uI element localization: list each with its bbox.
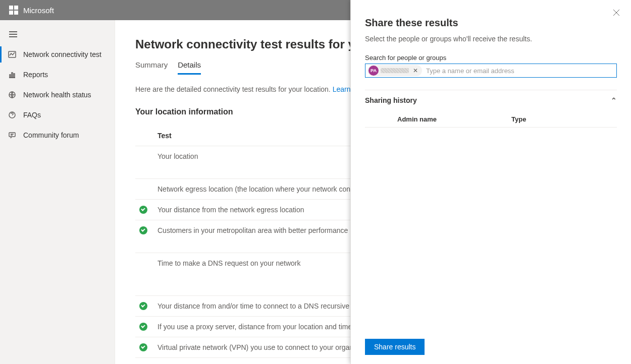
svg-rect-1 bbox=[10, 75, 11, 78]
sidebar: Network connectivity test Reports Networ… bbox=[0, 20, 115, 364]
row-label: Virtual private network (VPN) you use to… bbox=[157, 343, 374, 351]
svg-rect-6 bbox=[9, 133, 15, 137]
sidebar-item-label: Reports bbox=[23, 71, 48, 79]
status-none-icon bbox=[139, 185, 147, 193]
check-circle-icon bbox=[139, 226, 147, 234]
row-label: Time to make a DNS request on your netwo… bbox=[157, 259, 301, 267]
people-search-input[interactable] bbox=[424, 67, 614, 75]
search-field-label: Search for people or groups bbox=[365, 54, 617, 62]
sidebar-item-label: Community forum bbox=[23, 131, 79, 139]
hamburger-icon bbox=[9, 31, 17, 37]
check-circle-icon bbox=[139, 343, 147, 351]
divider bbox=[365, 90, 617, 90]
status-none-icon bbox=[139, 152, 147, 160]
sidebar-item-community-forum[interactable]: Community forum bbox=[0, 125, 115, 145]
person-chip-name-redacted bbox=[381, 68, 409, 73]
check-circle-icon bbox=[139, 302, 147, 310]
sidebar-item-network-connectivity-test[interactable]: Network connectivity test bbox=[0, 44, 115, 65]
status-none-icon bbox=[139, 259, 147, 267]
bar-chart-icon bbox=[8, 71, 16, 79]
sidebar-item-label: Network health status bbox=[23, 91, 91, 99]
sidebar-item-label: Network connectivity test bbox=[23, 50, 101, 58]
sidebar-item-label: FAQs bbox=[23, 111, 41, 119]
sidebar-item-reports[interactable]: Reports bbox=[0, 65, 115, 85]
tab-details[interactable]: Details bbox=[178, 60, 201, 75]
svg-rect-3 bbox=[14, 74, 15, 78]
microsoft-logo-icon bbox=[9, 6, 18, 15]
chevron-up-icon: ⌃ bbox=[611, 96, 617, 104]
sharing-history-toggle[interactable]: Sharing history ⌃ bbox=[365, 96, 617, 104]
help-icon bbox=[8, 111, 16, 119]
sidebar-item-network-health-status[interactable]: Network health status bbox=[0, 85, 115, 105]
check-circle-icon bbox=[139, 206, 147, 214]
row-label: Your distance from the network egress lo… bbox=[157, 206, 304, 214]
check-circle-icon bbox=[139, 323, 147, 331]
image-icon bbox=[8, 50, 16, 58]
avatar: PA bbox=[369, 66, 379, 76]
tab-summary[interactable]: Summary bbox=[135, 60, 168, 75]
globe-icon bbox=[8, 91, 16, 99]
panel-title: Share these results bbox=[365, 17, 617, 29]
svg-rect-2 bbox=[12, 73, 13, 78]
column-type: Type bbox=[506, 115, 617, 123]
panel-footer: Share results bbox=[365, 331, 617, 355]
close-icon bbox=[613, 9, 620, 16]
people-picker[interactable]: PA ✕ bbox=[365, 64, 617, 78]
column-admin-name: Admin name bbox=[365, 115, 506, 123]
sharing-history-label: Sharing history bbox=[365, 96, 417, 104]
share-results-button[interactable]: Share results bbox=[365, 339, 425, 355]
close-button[interactable] bbox=[613, 9, 620, 18]
row-label: Your distance from and/or time to connec… bbox=[157, 302, 377, 310]
remove-chip-button[interactable]: ✕ bbox=[411, 67, 420, 74]
panel-subtitle: Select the people or groups who'll recei… bbox=[365, 35, 617, 43]
share-results-panel: Share these results Select the people or… bbox=[350, 0, 631, 364]
sidebar-item-faqs[interactable]: FAQs bbox=[0, 105, 115, 125]
nav-toggle-button[interactable] bbox=[0, 24, 115, 44]
chat-icon bbox=[8, 131, 16, 139]
row-label: Your location bbox=[157, 152, 198, 160]
row-label: Customers in your metropolitan area with… bbox=[157, 226, 348, 234]
column-test: Test bbox=[157, 132, 172, 140]
history-columns: Admin name Type bbox=[365, 111, 617, 128]
person-chip: PA ✕ bbox=[367, 65, 422, 76]
brand-label: Microsoft bbox=[23, 6, 54, 15]
